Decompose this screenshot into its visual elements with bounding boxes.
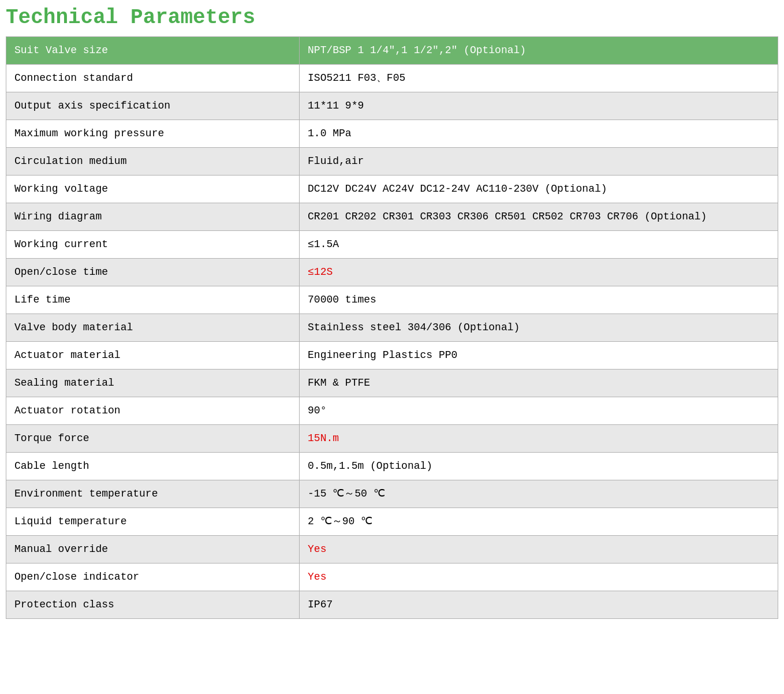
table-row: Maximum working pressure1.0 MPa	[6, 120, 778, 148]
table-row: Cable length0.5m,1.5m (Optional)	[6, 453, 778, 480]
param-value: 1.0 MPa	[300, 120, 778, 148]
param-label: Manual override	[6, 536, 300, 564]
param-label: Sealing material	[6, 370, 300, 397]
param-value: 70000 times	[300, 286, 778, 314]
param-value: Yes	[300, 564, 778, 591]
param-label: Working voltage	[6, 176, 300, 203]
param-label: Circulation medium	[6, 148, 300, 176]
param-value: NPT/BSP 1 1/4″,1 1/2″,2″ (Optional)	[300, 37, 778, 65]
param-value: ≤1.5A	[300, 231, 778, 259]
table-row: Working voltageDC12V DC24V AC24V DC12-24…	[6, 176, 778, 203]
param-value: FKM & PTFE	[300, 370, 778, 397]
param-value: Yes	[300, 536, 778, 564]
table-row: Torque force15N.m	[6, 425, 778, 453]
param-value: Engineering Plastics PP0	[300, 342, 778, 370]
table-row: Wiring diagramCR201 CR202 CR301 CR303 CR…	[6, 203, 778, 231]
table-row: Liquid temperature2 ℃～90 ℃	[6, 508, 778, 536]
table-row: Manual overrideYes	[6, 536, 778, 564]
param-value: ≤12S	[300, 259, 778, 286]
param-value: 90°	[300, 397, 778, 425]
param-value: 2 ℃～90 ℃	[300, 508, 778, 536]
param-label: Actuator rotation	[6, 397, 300, 425]
param-value: Fluid,air	[300, 148, 778, 176]
table-row: Open/close indicatorYes	[6, 564, 778, 591]
param-label: Wiring diagram	[6, 203, 300, 231]
param-label: Open/close time	[6, 259, 300, 286]
param-label: Protection class	[6, 591, 300, 619]
table-row: Actuator materialEngineering Plastics PP…	[6, 342, 778, 370]
param-value: ISO5211 F03、F05	[300, 65, 778, 92]
param-label: Environment temperature	[6, 480, 300, 508]
param-value: CR201 CR202 CR301 CR303 CR306 CR501 CR50…	[300, 203, 778, 231]
table-row: Environment temperature-15 ℃～50 ℃	[6, 480, 778, 508]
page-title: Technical Parameters	[6, 6, 778, 29]
table-row: Output axis specification11*11 9*9	[6, 92, 778, 120]
param-value: Stainless steel 304/306 (Optional)	[300, 314, 778, 342]
table-row: Valve body materialStainless steel 304/3…	[6, 314, 778, 342]
param-value: DC12V DC24V AC24V DC12-24V AC110-230V (O…	[300, 176, 778, 203]
param-value: 15N.m	[300, 425, 778, 453]
table-row: Life time70000 times	[6, 286, 778, 314]
param-label: Suit Valve size	[6, 37, 300, 65]
table-row: Suit Valve sizeNPT/BSP 1 1/4″,1 1/2″,2″ …	[6, 37, 778, 65]
table-row: Working current≤1.5A	[6, 231, 778, 259]
table-row: Actuator rotation90°	[6, 397, 778, 425]
param-label: Open/close indicator	[6, 564, 300, 591]
param-label: Maximum working pressure	[6, 120, 300, 148]
table-row: Sealing materialFKM & PTFE	[6, 370, 778, 397]
parameters-table: Suit Valve sizeNPT/BSP 1 1/4″,1 1/2″,2″ …	[6, 36, 778, 619]
param-label: Output axis specification	[6, 92, 300, 120]
param-value: IP67	[300, 591, 778, 619]
table-row: Protection classIP67	[6, 591, 778, 619]
param-label: Cable length	[6, 453, 300, 480]
param-label: Working current	[6, 231, 300, 259]
param-value: 0.5m,1.5m (Optional)	[300, 453, 778, 480]
param-label: Liquid temperature	[6, 508, 300, 536]
param-label: Connection standard	[6, 65, 300, 92]
param-label: Life time	[6, 286, 300, 314]
param-value: -15 ℃～50 ℃	[300, 480, 778, 508]
table-row: Connection standardISO5211 F03、F05	[6, 65, 778, 92]
table-row: Circulation mediumFluid,air	[6, 148, 778, 176]
table-row: Open/close time≤12S	[6, 259, 778, 286]
param-label: Valve body material	[6, 314, 300, 342]
param-label: Actuator material	[6, 342, 300, 370]
param-label: Torque force	[6, 425, 300, 453]
param-value: 11*11 9*9	[300, 92, 778, 120]
